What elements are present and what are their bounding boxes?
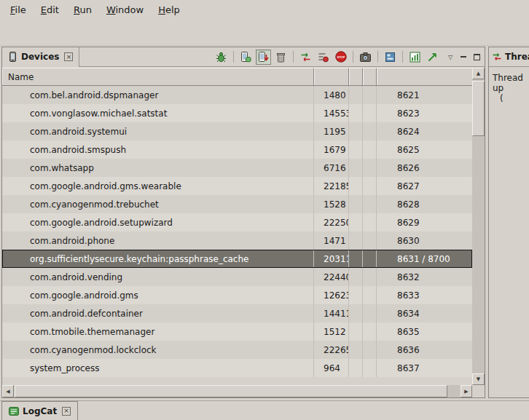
table-row[interactable]: com.cyanogenmod.lockclock222658636 (2, 341, 472, 359)
update-threads-icon[interactable] (298, 49, 313, 65)
col-spacer (363, 304, 377, 322)
process-name: com.android.defcontainer (2, 304, 314, 322)
col-spacer (349, 359, 363, 377)
column-header-pid[interactable] (314, 68, 349, 86)
column-header-spacer2[interactable] (363, 68, 377, 86)
table-row[interactable]: com.cyanogenmod.trebuchet15288628 (2, 195, 472, 213)
col-spacer (363, 140, 377, 159)
col-spacer (363, 104, 377, 122)
table-row[interactable]: com.google.android.setupwizard222508629 (2, 213, 472, 231)
process-port: 8631 / 8700 (377, 250, 472, 268)
table-row[interactable]: org.sufficientlysecure.keychain:passphra… (2, 250, 472, 268)
close-icon[interactable]: × (64, 52, 73, 61)
toolbar-separator (402, 51, 403, 63)
stop-process-icon[interactable]: STOP (333, 49, 348, 65)
table-header: Name (2, 68, 472, 86)
tab-devices[interactable]: Devices × (2, 47, 79, 67)
table-row[interactable]: system_process9648637 (2, 359, 472, 377)
cause-gc-icon[interactable] (273, 49, 289, 65)
tab-logcat[interactable]: LogCat × (1, 401, 78, 420)
col-spacer (349, 140, 363, 159)
dump-view-hierarchy-icon[interactable] (383, 49, 398, 65)
toolbar-separator (353, 51, 353, 63)
column-header-port[interactable] (377, 68, 472, 86)
process-pid: 6716 (314, 159, 349, 177)
update-heap-icon[interactable] (238, 49, 254, 65)
start-method-profiling-icon[interactable] (316, 49, 331, 65)
horizontal-scrollbar-thumb[interactable] (15, 385, 447, 397)
process-pid: 22265 (314, 341, 349, 359)
process-port: 8627 (377, 177, 472, 195)
systrace-icon[interactable] (407, 49, 423, 65)
dump-hprof-icon[interactable] (256, 49, 271, 65)
threads-tab-row: Threa (489, 47, 529, 67)
col-spacer (349, 286, 363, 304)
debug-process-icon[interactable] (213, 49, 229, 65)
view-menu-icon[interactable]: ▽ (444, 51, 456, 63)
table-row[interactable]: com.tmobile.thememanager15128635 (2, 322, 472, 341)
process-port: 8621 (377, 86, 472, 104)
maximize-icon[interactable] (471, 51, 482, 63)
process-name: com.google.android.gms (2, 286, 314, 304)
process-pid: 964 (314, 359, 349, 377)
minimize-icon[interactable] (458, 51, 469, 63)
table-row[interactable]: com.google.android.gms.wearable221858627 (2, 177, 472, 195)
table-row[interactable]: com.android.vending224408632 (2, 268, 472, 286)
menu-file[interactable]: File (3, 1, 34, 18)
col-spacer (349, 104, 363, 122)
minimize-bar (461, 56, 466, 58)
start-opengl-trace-icon[interactable] (425, 49, 440, 65)
col-spacer (349, 268, 363, 286)
col-spacer (363, 213, 377, 231)
process-pid: 20311 (314, 250, 349, 268)
column-header-spacer1[interactable] (349, 68, 363, 86)
process-pid: 22440 (314, 268, 349, 286)
col-spacer (349, 86, 363, 104)
tab-devices-label: Devices (21, 52, 59, 62)
table-row[interactable]: com.whatsapp67168626 (2, 159, 472, 177)
col-spacer (349, 195, 363, 213)
scroll-right-icon[interactable]: ▶ (461, 385, 472, 397)
menu-edit[interactable]: Edit (34, 1, 66, 18)
svg-text:STOP: STOP (337, 55, 345, 59)
tab-threads[interactable]: Threa (489, 52, 529, 62)
col-spacer (349, 122, 363, 140)
process-name: com.tmobile.thememanager (2, 322, 314, 341)
process-name: com.vonglasow.michael.satstat (2, 104, 314, 122)
vertical-scrollbar-thumb[interactable] (472, 81, 485, 136)
close-icon[interactable]: × (62, 407, 71, 416)
table-row[interactable]: com.android.systemui11958624 (2, 122, 472, 140)
col-spacer (363, 286, 377, 304)
threads-message-line1: Thread up (493, 73, 528, 93)
process-name: com.google.android.gms.wearable (2, 177, 314, 195)
process-pid: 12623 (314, 286, 349, 304)
process-name: com.cyanogenmod.trebuchet (2, 195, 314, 213)
table-row[interactable]: com.android.smspush16798625 (2, 140, 472, 159)
process-port: 8632 (377, 268, 472, 286)
devices-toolbar: STOP (213, 49, 440, 65)
toolbar-strip (0, 19, 529, 46)
menu-help[interactable]: Help (151, 1, 187, 18)
menu-window[interactable]: Window (99, 1, 151, 18)
logcat-icon (9, 406, 19, 416)
menu-run[interactable]: Run (66, 1, 99, 18)
table-row[interactable]: com.android.phone14718630 (2, 231, 472, 250)
table-row[interactable]: com.android.defcontainer144118634 (2, 304, 472, 322)
process-port: 8634 (377, 304, 472, 322)
table-row[interactable]: com.bel.android.dspmanager14808621 (2, 86, 472, 104)
scroll-left-icon[interactable]: ◀ (2, 385, 14, 397)
scroll-down-icon[interactable]: ▼ (472, 373, 485, 385)
col-spacer (349, 304, 363, 322)
col-spacer (363, 268, 377, 286)
bottom-strip (0, 400, 529, 420)
table-row[interactable]: com.vonglasow.michael.satstat145538623 (2, 104, 472, 122)
process-name: com.whatsapp (2, 159, 314, 177)
scroll-up-icon[interactable]: ▲ (472, 68, 485, 79)
table-row[interactable]: com.google.android.gms126238633 (2, 286, 472, 304)
screen-capture-icon[interactable] (358, 49, 373, 65)
horizontal-scrollbar[interactable]: ◀ ▶ (2, 385, 472, 397)
vertical-scrollbar[interactable]: ▲ ▼ (472, 68, 485, 385)
process-name: com.android.vending (2, 268, 314, 286)
col-spacer (349, 341, 363, 359)
column-header-name[interactable]: Name (2, 68, 314, 86)
